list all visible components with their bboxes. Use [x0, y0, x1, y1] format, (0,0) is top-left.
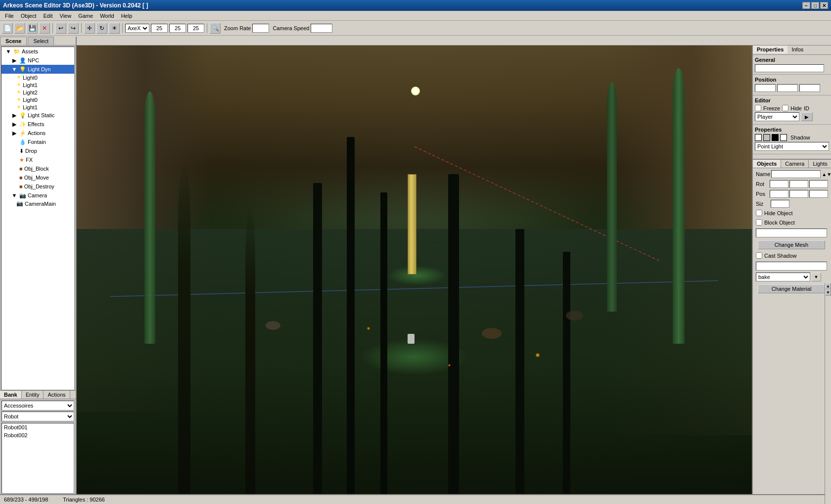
tree-item-camera[interactable]: ▼ 📷 Camera	[1, 191, 74, 200]
entity-robot001[interactable]: Robot001	[2, 423, 74, 431]
obj-size-input[interactable]: 1	[771, 200, 789, 208]
toolbar-axis-select[interactable]: AxeXAxeYAxeZ	[125, 24, 149, 33]
scroll-up[interactable]: ▲	[825, 283, 831, 289]
obj-pos-x[interactable]: 0	[770, 190, 788, 198]
tab-select[interactable]: Select	[28, 37, 54, 45]
pos-y-input[interactable]: 200	[777, 84, 798, 92]
tree-item-objdestroy[interactable]: ■ Obj_Destroy	[1, 182, 74, 191]
tree-icon-folder: 📁	[13, 48, 20, 55]
menu-view[interactable]: View	[57, 12, 75, 20]
toolbar-delete[interactable]: ✕	[39, 23, 50, 34]
change-mesh-btn[interactable]: Change Mesh	[758, 240, 825, 249]
toolbar-redo[interactable]: ↪	[68, 23, 79, 34]
toolbar-rotate[interactable]: ↻	[96, 23, 107, 34]
tree-item-lightstatic[interactable]: ▶ 💡 Light Static	[1, 111, 74, 120]
obj-pos-z[interactable]: 100	[809, 190, 828, 198]
freeze-checkbox[interactable]	[755, 105, 761, 111]
camera-icon: 📷	[19, 192, 26, 199]
tree-item-drop[interactable]: ⬇ Drop	[1, 146, 74, 155]
obj-rot-z[interactable]: 0	[809, 180, 828, 188]
toolbar-z-input[interactable]	[187, 24, 204, 33]
hide-object-checkbox[interactable]	[756, 210, 762, 216]
menu-object[interactable]: Object	[18, 12, 40, 20]
expand-icon-ls: ▶	[10, 111, 18, 119]
pos-z-input[interactable]: 0	[799, 84, 820, 92]
color-black[interactable]	[772, 134, 779, 141]
tab-entity[interactable]: Entity	[22, 391, 44, 399]
color-gray[interactable]	[763, 134, 770, 141]
tree-item-light1b[interactable]: ☀ Light1	[1, 103, 74, 111]
tree-item-light0b[interactable]: ☀ Light0	[1, 96, 74, 103]
menu-game[interactable]: Game	[75, 12, 96, 20]
shadow-label: Shadow	[790, 135, 810, 140]
menu-file[interactable]: File	[2, 12, 17, 20]
maximize-btn[interactable]: □	[811, 2, 819, 9]
obj-rot-y[interactable]: 0	[789, 180, 808, 188]
effects-icon: ✨	[19, 121, 26, 128]
scroll-down[interactable]: ▼	[825, 289, 831, 296]
tree-item-objmove[interactable]: ■ Obj_Move	[1, 173, 74, 182]
menu-world[interactable]: World	[97, 12, 117, 20]
obj-pos-y[interactable]: -47	[789, 190, 808, 198]
bulb-icon-1b: ☀	[16, 104, 21, 110]
tree-item-cameramain[interactable]: 📷 CameraMain	[1, 200, 74, 207]
bake-arrow[interactable]: ▼	[811, 273, 821, 281]
close-btn[interactable]: ✕	[820, 2, 828, 9]
minimize-btn[interactable]: −	[802, 2, 810, 9]
material-path-input[interactable]	[756, 262, 827, 271]
toolbar-new[interactable]: 📄	[2, 23, 13, 34]
player-select[interactable]: Player	[755, 112, 799, 121]
tree-item-light2[interactable]: ☀ Light2	[1, 89, 74, 96]
tree-item-light1a[interactable]: ☀ Light1	[1, 81, 74, 89]
change-material-btn[interactable]: Change Material	[758, 284, 825, 293]
entity-robot002[interactable]: Robot002	[2, 431, 74, 439]
entity-list[interactable]: Robot001 Robot002	[1, 423, 74, 494]
obj-rot-x[interactable]: 0	[770, 180, 788, 188]
bank-category-select[interactable]: Accessoires	[1, 401, 74, 411]
toolbar-sun[interactable]: ☀	[109, 23, 120, 34]
tree-item-fontain[interactable]: 💧 Fontain	[1, 137, 74, 146]
tab-bank[interactable]: Bank	[0, 391, 22, 399]
toolbar-move[interactable]: ✛	[84, 23, 95, 34]
tree-item-fx[interactable]: ★ FX	[1, 155, 74, 164]
light-type-select[interactable]: Point Light Directional Light Spot Light	[755, 142, 829, 151]
obj-name-scroll[interactable]: ▲▼	[822, 172, 828, 177]
toolbar-open[interactable]: 📂	[14, 23, 25, 34]
menu-edit[interactable]: Edit	[41, 12, 56, 20]
color-white1[interactable]	[755, 134, 762, 141]
obj-name-input[interactable]: Light0	[771, 170, 821, 178]
block-object-checkbox[interactable]	[756, 219, 762, 226]
tree-item-assets[interactable]: ▼ 📁 Assets	[1, 47, 74, 56]
tree-item-npc[interactable]: ▶ 👤 NPC	[1, 56, 74, 65]
zoom-input[interactable]: 10	[252, 24, 269, 33]
tree-item-actions[interactable]: ▶ ⚡ Actions	[1, 129, 74, 137]
pos-x-input[interactable]: 200	[755, 84, 776, 92]
color-white2[interactable]	[780, 134, 787, 141]
tab-properties[interactable]: Properties	[753, 46, 787, 54]
name-input[interactable]: Light0	[755, 64, 824, 72]
toolbar-x-input[interactable]	[151, 24, 168, 33]
cam-speed-input[interactable]: 282	[311, 24, 332, 33]
toolbar-y-input[interactable]	[169, 24, 186, 33]
tree-item-light0a[interactable]: ☀ Light0	[1, 74, 74, 81]
mesh-path-input[interactable]	[756, 229, 827, 237]
toolbar-save[interactable]: 💾	[27, 23, 38, 34]
tree-item-effects[interactable]: ▶ ✨ Effects	[1, 120, 74, 129]
tab-infos[interactable]: Infos	[787, 46, 807, 54]
tab-actions[interactable]: Actions	[44, 391, 70, 399]
tree-item-lightdyn[interactable]: ▼ 💡 Light Dyn	[1, 65, 74, 74]
tab-camera[interactable]: Camera	[781, 160, 809, 168]
toolbar-undo[interactable]: ↩	[55, 23, 66, 34]
player-btn[interactable]: ▶	[801, 112, 813, 121]
tab-scene[interactable]: Scene	[0, 37, 27, 45]
bank-type-select[interactable]: Robot	[1, 412, 74, 421]
tab-lights[interactable]: Lights	[809, 160, 831, 168]
hide-checkbox[interactable]	[782, 105, 788, 111]
viewport[interactable]	[77, 46, 752, 504]
tab-objects[interactable]: Objects	[753, 160, 781, 168]
bake-select[interactable]: bake	[756, 273, 810, 281]
tree-item-objblock[interactable]: ■ Obj_Block	[1, 164, 74, 173]
tree-view[interactable]: ▼ 📁 Assets ▶ 👤 NPC ▼ 💡 Light Dy	[1, 46, 75, 390]
cast-shadow-checkbox[interactable]	[756, 252, 762, 259]
menu-help[interactable]: Help	[118, 12, 136, 20]
